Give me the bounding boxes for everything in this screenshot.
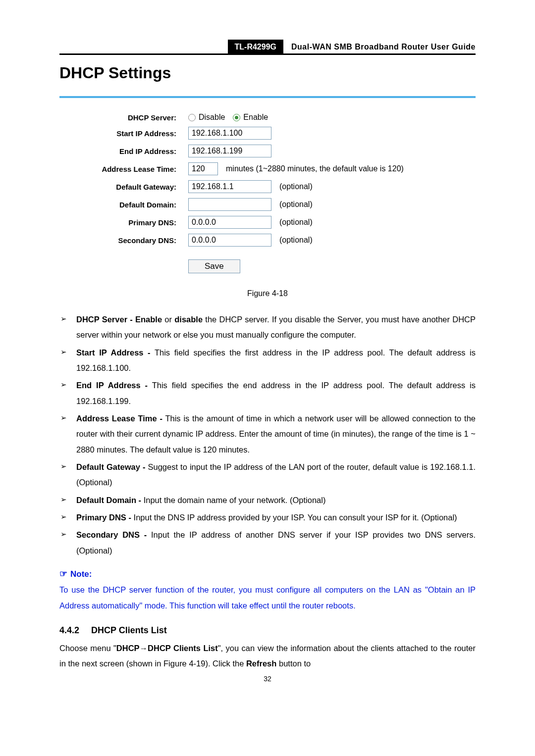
term: Primary DNS - <box>76 513 131 522</box>
figure-caption: Figure 4-18 <box>59 289 476 298</box>
button-ref: Refresh <box>246 659 276 668</box>
note-label: Note: <box>70 569 92 579</box>
lease-time-hint: minutes (1~2880 minutes, the default val… <box>226 164 404 173</box>
term: End IP Address - <box>76 381 148 390</box>
label-default-gateway: Default Gateway: <box>59 183 188 191</box>
term: disable <box>174 315 203 324</box>
lease-time-input[interactable] <box>188 162 218 175</box>
pointing-hand-icon: ☞ <box>59 569 67 579</box>
dhcp-settings-panel: DHCP Server: Disable Enable Start IP Add… <box>59 110 476 283</box>
label-lease-time: Address Lease Time: <box>59 165 188 173</box>
text: button to <box>276 659 311 668</box>
guide-title: Dual-WAN SMB Broadband Router User Guide <box>283 40 476 53</box>
text: Input the DNS IP address provided by you… <box>131 513 457 522</box>
description-list: DHCP Server - Enable or disable the DHCP… <box>59 312 476 558</box>
section-number: 4.4.2 <box>59 625 79 635</box>
list-item: DHCP Server - Enable or disable the DHCP… <box>59 312 476 343</box>
section-heading: 4.4.2DHCP Clients List <box>59 625 476 636</box>
optional-hint: (optional) <box>279 182 313 191</box>
label-default-domain: Default Domain: <box>59 201 188 209</box>
optional-hint: (optional) <box>279 200 313 209</box>
radio-disable[interactable]: Disable <box>188 113 225 122</box>
default-gateway-input[interactable] <box>188 180 271 193</box>
text: or <box>162 315 174 324</box>
text: Choose menu " <box>59 644 116 653</box>
default-domain-input[interactable] <box>188 198 271 211</box>
panel-title: DHCP Settings <box>59 64 476 85</box>
label-primary-dns: Primary DNS: <box>59 218 188 227</box>
arrow-icon: → <box>140 644 148 653</box>
radio-disable-label: Disable <box>199 113 225 122</box>
list-item: Secondary DNS - Input the IP address of … <box>59 527 476 558</box>
section-paragraph: Choose menu "DHCP→DHCP Clients List", yo… <box>59 641 476 672</box>
radio-icon <box>188 114 196 121</box>
list-item: Start IP Address - This field specifies … <box>59 345 476 376</box>
menu-path: DHCP <box>116 644 140 653</box>
note-body: To use the DHCP server function of the r… <box>59 582 476 613</box>
label-end-ip: End IP Address: <box>59 147 188 155</box>
term: DHCP Server - Enable <box>76 315 162 324</box>
text: Input the domain name of your network. (… <box>141 496 325 504</box>
radio-enable[interactable]: Enable <box>233 113 268 122</box>
label-dhcp-server: DHCP Server: <box>59 113 188 122</box>
label-secondary-dns: Secondary DNS: <box>59 236 188 245</box>
doc-header: TL-R4299G Dual-WAN SMB Broadband Router … <box>59 40 476 55</box>
term: Default Gateway - <box>76 462 145 471</box>
list-item: Default Domain - Input the domain name o… <box>59 493 476 508</box>
term: Address Lease Time - <box>76 414 162 423</box>
term: Secondary DNS - <box>76 530 147 539</box>
term: Default Domain - <box>76 496 141 504</box>
start-ip-input[interactable] <box>188 127 271 140</box>
optional-hint: (optional) <box>279 236 313 245</box>
end-ip-input[interactable] <box>188 145 271 157</box>
section-title: DHCP Clients List <box>91 625 167 635</box>
secondary-dns-input[interactable] <box>188 234 271 247</box>
list-item: Default Gateway - Suggest to input the I… <box>59 459 476 491</box>
page-number: 32 <box>59 675 476 683</box>
list-item: Address Lease Time - This is the amount … <box>59 411 476 457</box>
term: Start IP Address - <box>76 348 151 357</box>
label-start-ip: Start IP Address: <box>59 129 188 138</box>
list-item: End IP Address - This field specifies th… <box>59 378 476 409</box>
list-item: Primary DNS - Input the DNS IP address p… <box>59 510 476 525</box>
note-heading: ☞Note: <box>59 568 476 579</box>
menu-path: DHCP Clients List <box>148 644 218 653</box>
save-button[interactable]: Save <box>188 259 240 273</box>
primary-dns-input[interactable] <box>188 216 271 229</box>
radio-enable-label: Enable <box>243 113 268 122</box>
optional-hint: (optional) <box>279 218 313 227</box>
radio-icon <box>233 114 240 121</box>
model-badge: TL-R4299G <box>228 40 283 53</box>
